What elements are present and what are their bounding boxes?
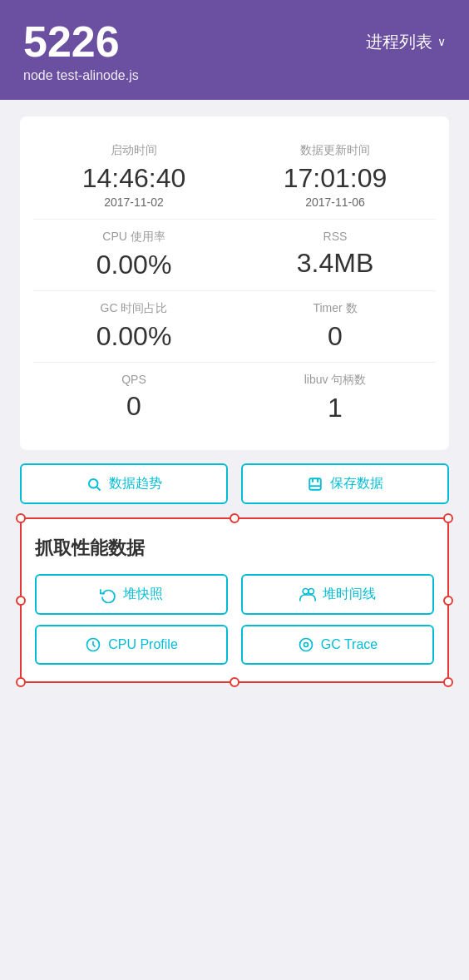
stats-section: 启动时间 14:46:40 2017-11-02 数据更新时间 17:01:09… (20, 116, 449, 450)
action-buttons: 数据趋势 保存数据 (20, 463, 449, 504)
main-content: 启动时间 14:46:40 2017-11-02 数据更新时间 17:01:09… (0, 100, 469, 700)
libuv-label: libuv 句柄数 (234, 373, 436, 388)
svg-point-0 (89, 479, 98, 488)
start-date-value: 2017-11-02 (33, 196, 234, 209)
timer-item: Timer 数 0 (234, 301, 436, 352)
svg-point-7 (309, 588, 314, 594)
perf-row-1: 堆快照 堆时间线 (35, 574, 434, 615)
qps-label: QPS (33, 373, 234, 386)
svg-point-10 (304, 643, 308, 647)
perf-section-title: 抓取性能数据 (35, 536, 434, 561)
cpu-value: 0.00% (33, 250, 234, 280)
rss-label: RSS (234, 230, 436, 243)
header: 5226 进程列表 ∨ node test-alinode.js (0, 0, 469, 100)
corner-dot-tm (230, 513, 239, 523)
cpu-profile-button[interactable]: CPU Profile (35, 625, 228, 665)
process-name: node test-alinode.js (23, 68, 446, 83)
heap-timeline-button[interactable]: 堆时间线 (241, 574, 434, 615)
perf-section: 抓取性能数据 堆快照 (20, 517, 449, 683)
gc-value: 0.00% (33, 321, 234, 352)
heap-snapshot-icon (100, 587, 116, 603)
start-time-value: 14:46:40 (33, 163, 234, 194)
save-icon (307, 476, 323, 492)
corner-dot-br (443, 677, 453, 687)
start-time-item: 启动时间 14:46:40 2017-11-02 (33, 143, 234, 209)
cpu-rss-row: CPU 使用率 0.00% RSS 3.4MB (33, 220, 436, 291)
svg-point-6 (303, 588, 309, 594)
update-date-value: 2017-11-06 (234, 196, 436, 209)
gc-timer-row: GC 时间占比 0.00% Timer 数 0 (33, 291, 436, 363)
process-id: 5226 (23, 20, 120, 63)
gc-label: GC 时间占比 (33, 301, 234, 316)
chevron-down-icon: ∨ (437, 35, 446, 48)
update-time-item: 数据更新时间 17:01:09 2017-11-06 (234, 143, 436, 209)
timer-value: 0 (234, 321, 436, 352)
heap-snapshot-button[interactable]: 堆快照 (35, 574, 228, 615)
perf-row-2: CPU Profile GC Trace (35, 625, 434, 665)
cpu-label: CPU 使用率 (33, 230, 234, 245)
update-time-value: 17:01:09 (234, 163, 436, 194)
save-data-label: 保存数据 (330, 475, 383, 492)
svg-line-1 (96, 487, 100, 490)
heap-snapshot-label: 堆快照 (123, 586, 163, 603)
cpu-profile-label: CPU Profile (108, 637, 178, 652)
update-time-label: 数据更新时间 (234, 143, 436, 158)
corner-dot-tl (16, 513, 26, 523)
time-row: 启动时间 14:46:40 2017-11-02 数据更新时间 17:01:09… (33, 133, 436, 220)
search-icon (86, 476, 102, 492)
corner-dot-ml (16, 596, 26, 606)
process-list-button[interactable]: 进程列表 ∨ (366, 31, 446, 53)
timer-label: Timer 数 (234, 301, 436, 316)
svg-rect-2 (309, 478, 321, 490)
gc-trace-icon (298, 636, 314, 653)
heap-timeline-label: 堆时间线 (323, 586, 376, 603)
gc-item: GC 时间占比 0.00% (33, 301, 234, 352)
corner-dot-mr (443, 596, 453, 606)
cpu-item: CPU 使用率 0.00% (33, 230, 234, 280)
libuv-item: libuv 句柄数 1 (234, 373, 436, 423)
rss-item: RSS 3.4MB (234, 230, 436, 280)
corner-dot-bm (230, 677, 239, 687)
start-time-label: 启动时间 (33, 143, 234, 158)
data-trend-label: 数据趋势 (109, 475, 162, 492)
process-list-label: 进程列表 (366, 31, 432, 53)
rss-value: 3.4MB (234, 248, 436, 279)
qps-libuv-row: QPS 0 libuv 句柄数 1 (33, 363, 436, 433)
libuv-value: 1 (234, 393, 436, 423)
perf-buttons: 堆快照 堆时间线 (35, 574, 434, 665)
cpu-profile-icon (85, 636, 101, 653)
save-data-button[interactable]: 保存数据 (241, 463, 449, 504)
corner-dot-bl (16, 677, 26, 687)
qps-value: 0 (33, 391, 234, 422)
svg-point-9 (299, 639, 312, 651)
heap-timeline-icon (299, 587, 316, 603)
qps-item: QPS 0 (33, 373, 234, 423)
data-trend-button[interactable]: 数据趋势 (20, 463, 228, 504)
gc-trace-label: GC Trace (321, 637, 378, 652)
gc-trace-button[interactable]: GC Trace (241, 625, 434, 665)
corner-dot-tr (443, 513, 453, 523)
